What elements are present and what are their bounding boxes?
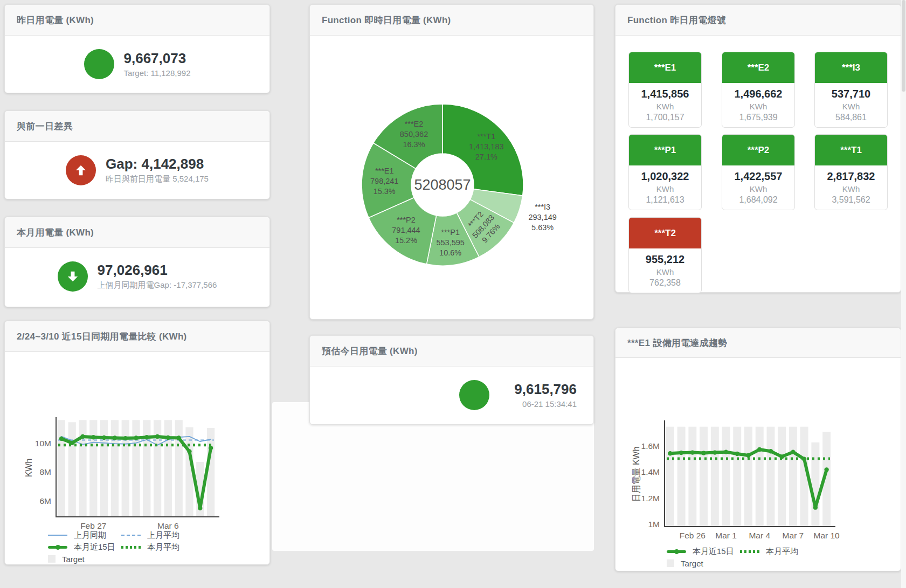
legend-swatch xyxy=(667,559,674,567)
legend-swatch xyxy=(48,546,67,549)
scrollbar[interactable] xyxy=(901,0,906,588)
tile-unit: KWh xyxy=(815,184,887,193)
tile-target: 3,591,562 xyxy=(815,195,887,210)
tile-label: ***T1 xyxy=(815,135,887,165)
svg-text:1.4M: 1.4M xyxy=(641,467,660,476)
card-title: ***E1 設備用電達成趨勢 xyxy=(627,337,728,349)
svg-text:Mar 6: Mar 6 xyxy=(157,521,179,530)
legend-swatch xyxy=(740,550,759,553)
legend-row: Target xyxy=(667,558,813,568)
month-usage-gap: 上個月同期用電Gap: -17,377,566 xyxy=(98,280,217,290)
card-header: Function 即時日用電量 (KWh) xyxy=(310,5,593,36)
legend-item[interactable]: 上月平均 xyxy=(121,530,195,541)
tile-unit: KWh xyxy=(629,102,701,111)
legend-swatch xyxy=(121,535,141,536)
tile-label: ***I3 xyxy=(815,52,887,83)
svg-text:***I3293,1495.63%: ***I3293,1495.63% xyxy=(528,203,556,232)
tile-unit: KWh xyxy=(722,102,794,111)
tile-label: ***E1 xyxy=(629,52,701,83)
legend-item[interactable]: 本月平均 xyxy=(740,547,813,557)
tile-unit: KWh xyxy=(815,102,887,111)
e1-trend-chart: 1M1.2M1.4M1.6MFeb 26Mar 1Mar 4Mar 7Mar 1… xyxy=(615,358,901,544)
compare-chart-legend: 上月同期上月平均本月近15日本月平均Target xyxy=(48,530,195,564)
card-title: 昨日用電量 (KWh) xyxy=(17,14,94,26)
scrollbar-thumb[interactable] xyxy=(902,0,905,92)
yesterday-usage-value: 9,667,073 xyxy=(124,51,191,67)
tile-value: 1,422,557 xyxy=(722,170,794,183)
card-header: 預估今日用電量 (KWh) xyxy=(310,336,593,366)
compare-chart: 6M8M10MFeb 27Mar 6KWh xyxy=(5,352,269,530)
card-realtime-donut: Function 即時日用電量 (KWh) ***T11,413,18327.1… xyxy=(309,4,594,320)
legend-label: Target xyxy=(62,555,85,564)
legend-item[interactable]: Target xyxy=(667,559,740,568)
tile-unit: KWh xyxy=(629,267,701,276)
light-tile-T2[interactable]: ***T2955,212KWh762,358 xyxy=(628,217,702,293)
gap-value: Gap: 4,142,898 xyxy=(106,156,209,172)
green-status-icon xyxy=(84,49,114,79)
svg-text:10M: 10M xyxy=(35,439,51,448)
card-yesterday-usage: 昨日用電量 (KWh) 9,667,073 Target: 11,128,992 xyxy=(4,4,270,93)
tile-target: 584,861 xyxy=(815,113,887,127)
month-usage-value: 97,026,961 xyxy=(98,262,217,279)
arrow-up-icon xyxy=(66,155,96,185)
card-15day-compare-chart: 2/24~3/10 近15日同期用電量比較 (KWh) 6M8M10MFeb 2… xyxy=(4,321,270,565)
legend-item[interactable]: 本月平均 xyxy=(121,542,195,552)
card-header: 與前一日差異 xyxy=(5,111,269,142)
card-month-usage: 本月用電量 (KWh) 97,026,961 上個月同期用電Gap: -17,3… xyxy=(4,217,270,307)
card-title: 2/24~3/10 近15日同期用電量比較 (KWh) xyxy=(17,330,187,343)
svg-text:1.2M: 1.2M xyxy=(641,494,660,503)
legend-swatch xyxy=(48,535,67,536)
svg-text:Mar 1: Mar 1 xyxy=(715,531,737,540)
legend-row: 本月近15日本月平均 xyxy=(48,542,195,552)
tile-target: 1,684,092 xyxy=(722,195,794,210)
light-tile-I3[interactable]: ***I3537,710KWh584,861 xyxy=(814,52,888,128)
svg-text:1M: 1M xyxy=(648,520,660,529)
legend-swatch xyxy=(667,550,686,553)
stat-row: 9,667,073 Target: 11,128,992 xyxy=(5,36,269,93)
tile-target: 762,358 xyxy=(629,278,701,293)
legend-label: 本月平均 xyxy=(147,542,179,552)
light-tile-P1[interactable]: ***P11,020,322KWh1,121,613 xyxy=(628,134,702,210)
light-tile-T1[interactable]: ***T12,817,832KWh3,591,562 xyxy=(814,134,888,210)
card-header: Function 昨日用電燈號 xyxy=(615,5,901,36)
card-header: ***E1 設備用電達成趨勢 xyxy=(615,328,901,358)
svg-text:5208057: 5208057 xyxy=(414,177,471,193)
card-light-signals: Function 昨日用電燈號 ***E11,415,856KWh1,700,1… xyxy=(615,4,901,293)
legend-item[interactable]: 本月近15日 xyxy=(667,547,740,557)
tile-target: 1,121,613 xyxy=(629,195,701,210)
gap-sub: 昨日與前日用電量 5,524,175 xyxy=(106,174,209,184)
light-tile-P2[interactable]: ***P21,422,557KWh1,684,092 xyxy=(722,134,795,210)
card-header: 本月用電量 (KWh) xyxy=(5,217,269,248)
light-tile-E2[interactable]: ***E21,496,662KWh1,675,939 xyxy=(722,52,795,128)
card-header: 2/24~3/10 近15日同期用電量比較 (KWh) xyxy=(5,321,269,352)
light-tile-E1[interactable]: ***E11,415,856KWh1,700,157 xyxy=(628,52,702,128)
yesterday-usage-target: Target: 11,128,992 xyxy=(124,68,191,78)
tile-value: 2,817,832 xyxy=(815,170,887,183)
card-e1-trend-chart: ***E1 設備用電達成趨勢 1M1.2M1.4M1.6MFeb 26Mar 1… xyxy=(615,328,901,571)
tile-unit: KWh xyxy=(722,184,794,193)
stat-row: 97,026,961 上個月同期用電Gap: -17,377,566 xyxy=(5,248,269,305)
svg-text:KWh: KWh xyxy=(24,459,33,478)
stat-row: Gap: 4,142,898 昨日與前日用電量 5,524,175 xyxy=(5,142,269,199)
legend-item[interactable]: 上月同期 xyxy=(48,530,121,541)
card-title: Function 即時日用電量 (KWh) xyxy=(322,14,451,26)
arrow-down-icon xyxy=(58,261,88,292)
legend-item[interactable]: 本月近15日 xyxy=(48,542,121,552)
tile-label: ***P2 xyxy=(722,135,794,165)
estimate-timestamp: 06-21 15:34:41 xyxy=(514,399,577,409)
legend-row: 本月近15日本月平均 xyxy=(667,547,813,556)
card-title: 本月用電量 (KWh) xyxy=(17,226,94,239)
svg-text:8M: 8M xyxy=(39,467,51,476)
svg-text:Mar 7: Mar 7 xyxy=(783,531,804,540)
svg-text:6M: 6M xyxy=(39,496,51,506)
realtime-donut-chart: ***T11,413,18327.1%***I3293,1495.63%***T… xyxy=(310,36,593,319)
card-title: 預估今日用電量 (KWh) xyxy=(322,345,418,357)
legend-label: 上月同期 xyxy=(74,530,106,541)
green-status-icon xyxy=(459,380,489,410)
legend-label: 本月近15日 xyxy=(74,542,115,552)
tile-label: ***T2 xyxy=(629,218,701,248)
legend-label: 上月平均 xyxy=(147,530,179,541)
estimate-value: 9,615,796 xyxy=(514,382,577,398)
legend-item[interactable]: Target xyxy=(48,555,121,564)
legend-label: 本月近15日 xyxy=(693,547,734,557)
